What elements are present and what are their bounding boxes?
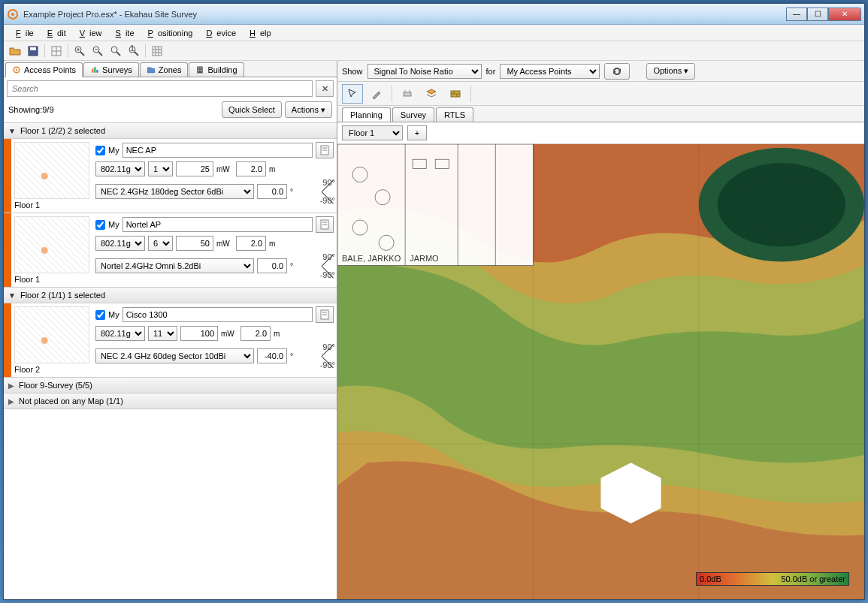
my-checkbox[interactable] bbox=[95, 310, 105, 320]
height-input[interactable] bbox=[236, 161, 266, 176]
legend-max: 50.0dB or greater bbox=[781, 574, 845, 583]
standard-select[interactable]: 802.11g bbox=[95, 326, 145, 341]
standard-select[interactable]: 802.11g bbox=[95, 236, 145, 251]
minimize-button[interactable]: — bbox=[786, 8, 807, 21]
menu-help[interactable]: Help bbox=[240, 27, 276, 39]
tab-access-points[interactable]: Access Points bbox=[5, 62, 83, 77]
group-header[interactable]: Floor 1 (2/2) 2 selected bbox=[4, 123, 337, 139]
separator bbox=[68, 44, 68, 58]
add-floor-button[interactable]: + bbox=[407, 125, 427, 140]
notes-button[interactable] bbox=[316, 306, 334, 323]
options-button[interactable]: Options ▾ bbox=[646, 63, 695, 80]
antenna-select[interactable]: Nortel 2.4GHz Omni 5.2dBi bbox=[95, 258, 254, 273]
menu-site[interactable]: Site bbox=[107, 27, 139, 39]
azimuth-input[interactable] bbox=[257, 258, 287, 273]
grid-icon[interactable] bbox=[48, 43, 65, 59]
menu-positioning[interactable]: Positioning bbox=[139, 27, 198, 39]
svg-line-17 bbox=[135, 52, 138, 56]
separator bbox=[470, 86, 471, 102]
quick-select-button[interactable]: Quick Select bbox=[222, 101, 282, 118]
antenna-select[interactable]: NEC 2.4GHz 180deg Sector 6dBi bbox=[95, 184, 254, 199]
visualization-controls: Show Signal To Noise Ratio for My Access… bbox=[337, 61, 864, 82]
save-icon[interactable] bbox=[25, 43, 41, 59]
menu-file[interactable]: File bbox=[7, 27, 38, 39]
antenna-select[interactable]: NEC 2.4 GHz 60deg Sector 10dBi bbox=[95, 348, 254, 363]
mode-tab-rtls[interactable]: RTLS bbox=[436, 107, 473, 122]
height-input[interactable] bbox=[240, 326, 271, 341]
group-header[interactable]: Floor 9-Survey (5/5) bbox=[4, 378, 337, 393]
my-checkbox[interactable] bbox=[95, 220, 105, 230]
ap-tool-icon[interactable] bbox=[397, 84, 418, 104]
menu-edit[interactable]: Edit bbox=[38, 27, 71, 39]
azimuth-input[interactable] bbox=[257, 348, 287, 363]
open-icon[interactable] bbox=[7, 43, 23, 59]
zoom-in-icon[interactable] bbox=[71, 43, 88, 59]
room-label: JARMO bbox=[410, 253, 439, 262]
ap-thumbnail[interactable]: Floor 2 bbox=[11, 303, 92, 377]
antenna-icon[interactable]: 90°-90° bbox=[310, 179, 334, 204]
refresh-button[interactable] bbox=[604, 63, 630, 80]
scope-select[interactable]: My Access Points bbox=[500, 64, 600, 79]
mode-tab-planning[interactable]: Planning bbox=[342, 107, 391, 122]
tab-surveys[interactable]: Surveys bbox=[83, 62, 139, 77]
table-icon[interactable] bbox=[149, 43, 165, 59]
selection-marker bbox=[4, 213, 11, 287]
selection-marker bbox=[4, 139, 11, 213]
notes-button[interactable] bbox=[316, 216, 334, 233]
power-input[interactable] bbox=[176, 236, 213, 251]
standard-select[interactable]: 802.11g bbox=[95, 161, 145, 176]
svg-rect-32 bbox=[198, 70, 200, 71]
metric-select[interactable]: Signal To Noise Ratio bbox=[367, 64, 482, 79]
floor-row: Floor 1 + bbox=[337, 122, 864, 143]
draw-tool-icon[interactable] bbox=[366, 84, 387, 104]
separator bbox=[145, 44, 146, 58]
ap-card: Floor 1My802.11g6mWmNortel 2.4GHz Omni 5… bbox=[4, 213, 337, 288]
azimuth-input[interactable] bbox=[257, 184, 287, 199]
my-checkbox[interactable] bbox=[95, 146, 105, 155]
search-input[interactable] bbox=[7, 80, 313, 97]
ap-thumbnail[interactable]: Floor 1 bbox=[11, 139, 92, 213]
clear-search-button[interactable]: ✕ bbox=[316, 80, 334, 97]
ap-thumbnail[interactable]: Floor 1 bbox=[11, 213, 92, 287]
wall-tool-icon[interactable] bbox=[445, 84, 466, 104]
antenna-icon[interactable]: 90°-90° bbox=[310, 254, 334, 278]
ap-name-input[interactable] bbox=[122, 307, 313, 322]
map-area[interactable]: BALE, JARKKO JARMO 0.0dB 50.0dB or great bbox=[337, 143, 864, 599]
my-label: My bbox=[108, 310, 119, 319]
ap-form: My802.11g11mWmNEC 2.4 GHz 60deg Sector 1… bbox=[92, 303, 337, 377]
titlebar[interactable]: Example Project Pro.esx* - Ekahau Site S… bbox=[4, 4, 864, 25]
app-window: Example Project Pro.esx* - Ekahau Site S… bbox=[3, 3, 865, 600]
power-input[interactable] bbox=[180, 326, 218, 341]
menu-view[interactable]: View bbox=[71, 27, 107, 39]
mode-tab-survey[interactable]: Survey bbox=[392, 107, 434, 122]
group-header[interactable]: Not placed on any Map (1/1) bbox=[4, 393, 337, 409]
ap-list[interactable]: Floor 1 (2/2) 2 selectedFloor 1My802.11g… bbox=[4, 122, 337, 599]
ap-name-input[interactable] bbox=[122, 143, 313, 158]
zoom-fit-icon[interactable] bbox=[107, 43, 124, 59]
menubar: FileEditViewSitePositioningDeviceHelp bbox=[4, 25, 864, 41]
antenna-icon[interactable]: 90°-90° bbox=[310, 344, 334, 368]
svg-rect-30 bbox=[198, 68, 200, 69]
channel-select[interactable]: 6 bbox=[148, 236, 173, 251]
tab-building[interactable]: Building bbox=[189, 62, 243, 77]
power-input[interactable] bbox=[176, 161, 213, 176]
actions-button[interactable]: Actions ▾ bbox=[285, 101, 332, 118]
height-input[interactable] bbox=[236, 236, 266, 251]
zoom-100-icon[interactable]: 1 bbox=[126, 43, 142, 59]
ap-name-input[interactable] bbox=[122, 217, 313, 232]
close-button[interactable]: ✕ bbox=[828, 8, 861, 21]
group-header[interactable]: Floor 2 (1/1) 1 selected bbox=[4, 288, 337, 303]
svg-text:1: 1 bbox=[130, 45, 135, 53]
floor-select[interactable]: Floor 1 bbox=[342, 125, 403, 140]
pointer-tool-icon[interactable] bbox=[342, 84, 363, 104]
channel-select[interactable]: 1 bbox=[148, 161, 173, 176]
zoom-out-icon[interactable] bbox=[89, 43, 106, 59]
legend: 0.0dB 50.0dB or greater bbox=[696, 572, 849, 586]
channel-select[interactable]: 11 bbox=[148, 326, 177, 341]
power-unit: mW bbox=[221, 330, 237, 338]
menu-device[interactable]: Device bbox=[197, 27, 240, 39]
layers-tool-icon[interactable] bbox=[421, 84, 442, 104]
notes-button[interactable] bbox=[316, 142, 334, 158]
tab-zones[interactable]: Zones bbox=[140, 62, 189, 77]
maximize-button[interactable]: ☐ bbox=[807, 8, 828, 21]
